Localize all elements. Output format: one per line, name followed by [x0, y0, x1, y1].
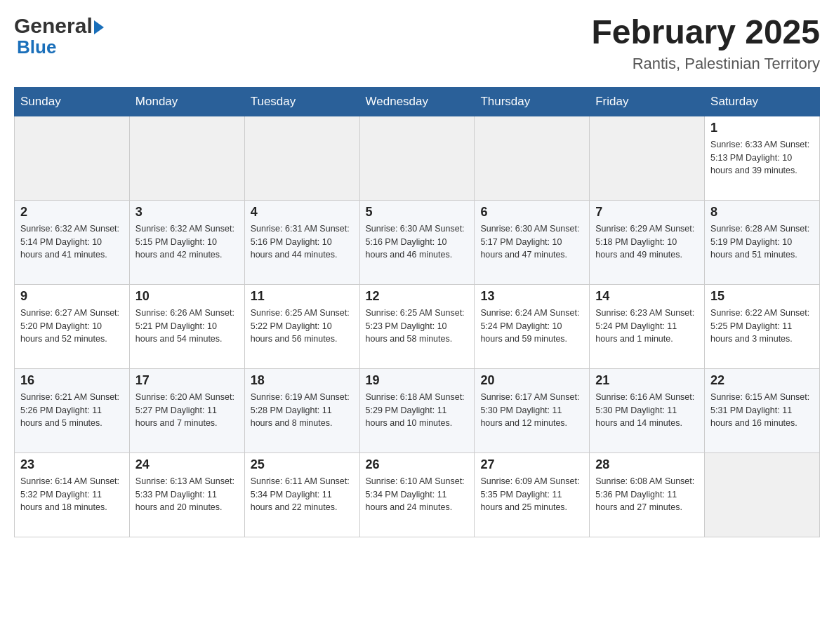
calendar-cell: 23Sunrise: 6:14 AM Sunset: 5:32 PM Dayli… [15, 452, 130, 537]
calendar-cell: 14Sunrise: 6:23 AM Sunset: 5:24 PM Dayli… [590, 284, 705, 368]
day-info: Sunrise: 6:21 AM Sunset: 5:26 PM Dayligh… [20, 391, 124, 430]
calendar-week-row: 16Sunrise: 6:21 AM Sunset: 5:26 PM Dayli… [15, 368, 820, 452]
day-info: Sunrise: 6:27 AM Sunset: 5:20 PM Dayligh… [20, 307, 124, 346]
day-number: 5 [366, 205, 469, 220]
day-info: Sunrise: 6:33 AM Sunset: 5:13 PM Dayligh… [710, 138, 814, 177]
calendar-week-row: 1Sunrise: 6:33 AM Sunset: 5:13 PM Daylig… [15, 116, 820, 200]
day-info: Sunrise: 6:28 AM Sunset: 5:19 PM Dayligh… [710, 222, 814, 262]
day-info: Sunrise: 6:16 AM Sunset: 5:30 PM Dayligh… [595, 391, 699, 430]
calendar-cell: 1Sunrise: 6:33 AM Sunset: 5:13 PM Daylig… [705, 116, 820, 200]
day-info: Sunrise: 6:08 AM Sunset: 5:36 PM Dayligh… [595, 475, 699, 514]
page-header: General Blue February 2025 Rantis, Pales… [14, 14, 820, 73]
calendar-cell: 20Sunrise: 6:17 AM Sunset: 5:30 PM Dayli… [475, 368, 590, 452]
column-header-friday: Friday [590, 87, 705, 116]
calendar-cell [590, 116, 705, 200]
day-number: 2 [20, 205, 124, 220]
calendar-cell: 9Sunrise: 6:27 AM Sunset: 5:20 PM Daylig… [15, 284, 130, 368]
day-info: Sunrise: 6:14 AM Sunset: 5:32 PM Dayligh… [20, 475, 124, 514]
month-title: February 2025 [591, 14, 820, 51]
calendar-cell: 3Sunrise: 6:32 AM Sunset: 5:15 PM Daylig… [129, 200, 244, 284]
day-number: 13 [480, 289, 583, 304]
day-info: Sunrise: 6:30 AM Sunset: 5:17 PM Dayligh… [480, 222, 583, 262]
logo: General Blue [14, 14, 104, 58]
logo-arrow-icon [94, 20, 104, 34]
day-number: 15 [710, 289, 814, 304]
day-info: Sunrise: 6:32 AM Sunset: 5:15 PM Dayligh… [135, 222, 239, 262]
day-number: 9 [20, 289, 124, 304]
calendar-cell: 2Sunrise: 6:32 AM Sunset: 5:14 PM Daylig… [15, 200, 130, 284]
title-section: February 2025 Rantis, Palestinian Territ… [591, 14, 820, 73]
column-header-tuesday: Tuesday [244, 87, 359, 116]
calendar-header-row: SundayMondayTuesdayWednesdayThursdayFrid… [15, 87, 820, 116]
day-info: Sunrise: 6:13 AM Sunset: 5:33 PM Dayligh… [135, 475, 239, 514]
calendar-cell: 10Sunrise: 6:26 AM Sunset: 5:21 PM Dayli… [129, 284, 244, 368]
day-info: Sunrise: 6:30 AM Sunset: 5:16 PM Dayligh… [366, 222, 469, 262]
day-number: 19 [366, 373, 469, 388]
logo-blue-text: Blue [14, 36, 56, 58]
day-number: 26 [366, 457, 469, 472]
calendar-cell: 15Sunrise: 6:22 AM Sunset: 5:25 PM Dayli… [705, 284, 820, 368]
calendar-cell [705, 452, 820, 537]
day-number: 21 [595, 373, 699, 388]
day-info: Sunrise: 6:32 AM Sunset: 5:14 PM Dayligh… [20, 222, 124, 262]
calendar-cell: 6Sunrise: 6:30 AM Sunset: 5:17 PM Daylig… [475, 200, 590, 284]
day-info: Sunrise: 6:24 AM Sunset: 5:24 PM Dayligh… [480, 307, 583, 346]
calendar-week-row: 9Sunrise: 6:27 AM Sunset: 5:20 PM Daylig… [15, 284, 820, 368]
calendar-cell [15, 116, 130, 200]
day-info: Sunrise: 6:26 AM Sunset: 5:21 PM Dayligh… [135, 307, 239, 346]
day-info: Sunrise: 6:20 AM Sunset: 5:27 PM Dayligh… [135, 391, 239, 430]
day-number: 22 [710, 373, 814, 388]
logo-general-text: General [14, 14, 104, 38]
calendar-cell: 12Sunrise: 6:25 AM Sunset: 5:23 PM Dayli… [359, 284, 475, 368]
calendar-week-row: 23Sunrise: 6:14 AM Sunset: 5:32 PM Dayli… [15, 452, 820, 537]
day-number: 11 [251, 289, 354, 304]
day-number: 16 [20, 373, 124, 388]
column-header-wednesday: Wednesday [359, 87, 475, 116]
day-info: Sunrise: 6:29 AM Sunset: 5:18 PM Dayligh… [595, 222, 699, 262]
day-number: 25 [251, 457, 354, 472]
day-info: Sunrise: 6:25 AM Sunset: 5:23 PM Dayligh… [366, 307, 469, 346]
column-header-thursday: Thursday [475, 87, 590, 116]
day-number: 12 [366, 289, 469, 304]
day-number: 20 [480, 373, 583, 388]
calendar-cell: 19Sunrise: 6:18 AM Sunset: 5:29 PM Dayli… [359, 368, 475, 452]
day-number: 27 [480, 457, 583, 472]
day-number: 6 [480, 205, 583, 220]
day-info: Sunrise: 6:15 AM Sunset: 5:31 PM Dayligh… [710, 391, 814, 430]
column-header-sunday: Sunday [15, 87, 130, 116]
day-info: Sunrise: 6:23 AM Sunset: 5:24 PM Dayligh… [595, 307, 699, 346]
day-number: 8 [710, 205, 814, 220]
calendar-cell: 13Sunrise: 6:24 AM Sunset: 5:24 PM Dayli… [475, 284, 590, 368]
calendar-cell: 25Sunrise: 6:11 AM Sunset: 5:34 PM Dayli… [244, 452, 359, 537]
day-number: 7 [595, 205, 699, 220]
calendar-cell: 22Sunrise: 6:15 AM Sunset: 5:31 PM Dayli… [705, 368, 820, 452]
day-info: Sunrise: 6:25 AM Sunset: 5:22 PM Dayligh… [251, 307, 354, 346]
day-number: 10 [135, 289, 239, 304]
calendar-cell: 18Sunrise: 6:19 AM Sunset: 5:28 PM Dayli… [244, 368, 359, 452]
calendar-cell: 16Sunrise: 6:21 AM Sunset: 5:26 PM Dayli… [15, 368, 130, 452]
calendar-cell [475, 116, 590, 200]
calendar-cell [359, 116, 475, 200]
calendar-cell: 24Sunrise: 6:13 AM Sunset: 5:33 PM Dayli… [129, 452, 244, 537]
location-subtitle: Rantis, Palestinian Territory [591, 55, 820, 73]
day-number: 23 [20, 457, 124, 472]
day-number: 4 [251, 205, 354, 220]
calendar-table: SundayMondayTuesdayWednesdayThursdayFrid… [14, 87, 820, 537]
calendar-cell: 21Sunrise: 6:16 AM Sunset: 5:30 PM Dayli… [590, 368, 705, 452]
calendar-week-row: 2Sunrise: 6:32 AM Sunset: 5:14 PM Daylig… [15, 200, 820, 284]
day-number: 3 [135, 205, 239, 220]
day-info: Sunrise: 6:11 AM Sunset: 5:34 PM Dayligh… [251, 475, 354, 514]
calendar-cell: 7Sunrise: 6:29 AM Sunset: 5:18 PM Daylig… [590, 200, 705, 284]
day-number: 14 [595, 289, 699, 304]
calendar-cell: 11Sunrise: 6:25 AM Sunset: 5:22 PM Dayli… [244, 284, 359, 368]
calendar-cell: 8Sunrise: 6:28 AM Sunset: 5:19 PM Daylig… [705, 200, 820, 284]
day-number: 18 [251, 373, 354, 388]
calendar-cell: 28Sunrise: 6:08 AM Sunset: 5:36 PM Dayli… [590, 452, 705, 537]
day-info: Sunrise: 6:09 AM Sunset: 5:35 PM Dayligh… [480, 475, 583, 514]
day-number: 17 [135, 373, 239, 388]
day-info: Sunrise: 6:17 AM Sunset: 5:30 PM Dayligh… [480, 391, 583, 430]
day-info: Sunrise: 6:10 AM Sunset: 5:34 PM Dayligh… [366, 475, 469, 514]
day-number: 24 [135, 457, 239, 472]
day-info: Sunrise: 6:31 AM Sunset: 5:16 PM Dayligh… [251, 222, 354, 262]
day-number: 28 [595, 457, 699, 472]
